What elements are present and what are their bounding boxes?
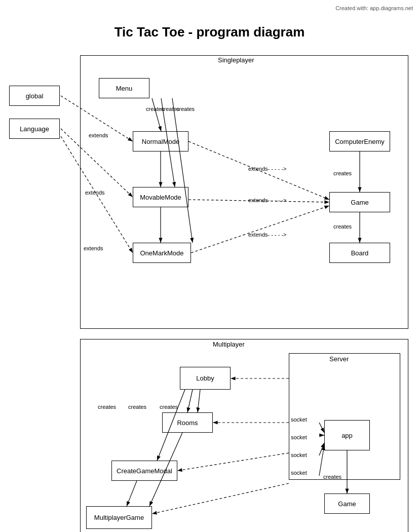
extends-label-2: extends: [85, 189, 105, 196]
multiplayer-label: Multiplayer: [213, 340, 245, 348]
page-title: Tic Tac Toe - program diagram: [0, 24, 419, 40]
movablemode-box: MovableMode: [133, 187, 188, 207]
socket-label-4: socket: [291, 470, 307, 476]
socket-label-2: socket: [291, 434, 307, 440]
game-sp-box: Game: [329, 192, 390, 212]
creates-lobby-label-1: creates: [98, 404, 116, 410]
creates-board-label: creates: [333, 223, 352, 230]
watermark: Created with: app.diagrams.net: [335, 5, 413, 11]
extends-label-3: extends: [84, 245, 103, 251]
extends-game-label-1: extends- - - - ->: [248, 166, 287, 172]
extends-game-label-2: extends- - - - ->: [248, 197, 287, 203]
creates-app-label: creates: [323, 474, 341, 480]
game-mp-box: Game: [324, 493, 370, 514]
app-box: app: [324, 420, 370, 450]
creategamemodal-box: CreateGameModal: [111, 461, 177, 481]
lobby-box: Lobby: [180, 367, 231, 390]
board-box: Board: [329, 243, 390, 263]
normalmode-box: NormalMode: [133, 131, 188, 151]
multiplayergame-box: MultiplayerGame: [86, 506, 152, 529]
socket-label-3: socket: [291, 452, 307, 458]
creates-lobby-label-3: creates: [160, 404, 178, 410]
creates-lobby-label-2: creates: [128, 404, 146, 410]
language-box: Language: [9, 119, 60, 139]
socket-label-1: socket: [291, 416, 307, 423]
server-label: Server: [329, 355, 349, 363]
singleplayer-label: Singleplayer: [218, 56, 254, 64]
extends-label-1: extends: [89, 132, 108, 138]
creates-label-3: creates: [176, 106, 195, 112]
extends-game-label-3: extends- - - - ->: [248, 232, 287, 238]
menu-box: Menu: [99, 78, 149, 98]
rooms-box: Rooms: [162, 412, 213, 433]
onemarkmode-box: OneMarkMode: [133, 243, 191, 263]
computerenemy-box: ComputerEnemy: [329, 131, 390, 151]
global-box: global: [9, 86, 60, 106]
creates-ce-label: creates: [333, 170, 352, 176]
